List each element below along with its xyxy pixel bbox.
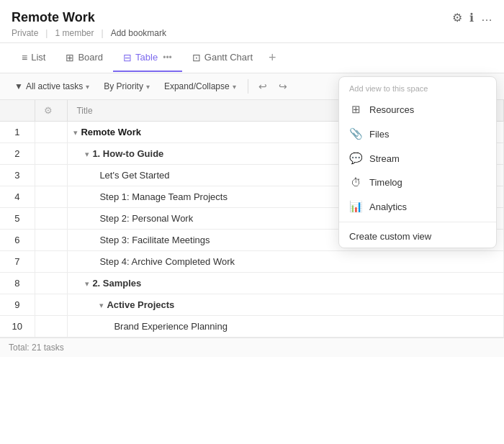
tab-gantt-label: Gantt Chart bbox=[204, 52, 253, 63]
expand-icon[interactable]: ▾ bbox=[85, 279, 89, 288]
page-title: Remote Work bbox=[12, 10, 95, 25]
add-view-button[interactable]: + bbox=[263, 43, 282, 73]
tab-gantt[interactable]: ⊡ Gantt Chart bbox=[182, 45, 263, 72]
table-row[interactable]: 7Step 4: Archive Completed Work bbox=[0, 251, 504, 273]
row-number: 10 bbox=[0, 316, 35, 337]
expand-chevron: ▾ bbox=[233, 83, 236, 91]
row-number: 4 bbox=[0, 186, 35, 208]
row-gear bbox=[35, 316, 68, 337]
members-label: 1 member bbox=[55, 28, 94, 38]
dropdown-item-label: Stream bbox=[369, 153, 400, 164]
add-view-dropdown: Add view to this space ⊞Resources📎Files💬… bbox=[338, 76, 497, 248]
settings-icon[interactable]: ⚙ bbox=[452, 11, 462, 24]
row-gear bbox=[35, 186, 68, 208]
table-row[interactable]: 9▾Active Projects bbox=[0, 294, 504, 316]
dropdown-items: ⊞Resources📎Files💬Stream⏱Timelog📊Analytic… bbox=[339, 97, 496, 219]
priority-label: By Priority bbox=[104, 81, 143, 91]
dropdown-item-label: Files bbox=[369, 129, 389, 140]
row-number: 7 bbox=[0, 251, 35, 273]
row-gear bbox=[35, 294, 68, 316]
priority-chevron: ▾ bbox=[146, 83, 150, 91]
row-gear bbox=[35, 251, 68, 273]
board-tab-icon: ⊞ bbox=[66, 52, 74, 63]
expand-collapse-button[interactable]: Expand/Collapse ▾ bbox=[158, 78, 242, 94]
tab-list-label: List bbox=[31, 52, 45, 63]
header-meta: Private | 1 member | Add bookmark bbox=[12, 28, 492, 38]
row-title: ▾Active Projects bbox=[68, 294, 504, 316]
page-header: Remote Work ⚙ ℹ … Private | 1 member | A… bbox=[0, 0, 504, 43]
row-number: 6 bbox=[0, 230, 35, 251]
row-number: 1 bbox=[0, 122, 35, 143]
row-number: 8 bbox=[0, 273, 35, 294]
expand-icon[interactable]: ▾ bbox=[85, 150, 89, 158]
table-tab-icon: ⊟ bbox=[123, 52, 132, 63]
dropdown-divider bbox=[339, 222, 496, 222]
dropdown-item-resources[interactable]: ⊞Resources bbox=[339, 97, 496, 122]
table-row[interactable]: 10Brand Experience Planning bbox=[0, 316, 504, 337]
tab-table[interactable]: ⊟ Table ••• bbox=[113, 45, 182, 72]
row-number: 9 bbox=[0, 294, 35, 316]
dropdown-item-files[interactable]: 📎Files bbox=[339, 122, 496, 146]
dropdown-item-label: Timelog bbox=[369, 177, 402, 188]
header-icon-group: ⚙ ℹ … bbox=[452, 11, 492, 24]
row-title: Brand Experience Planning bbox=[68, 316, 504, 337]
table-tab-dots[interactable]: ••• bbox=[163, 53, 172, 63]
row-title: Step 4: Archive Completed Work bbox=[68, 251, 504, 273]
tab-board[interactable]: ⊞ Board bbox=[55, 45, 113, 72]
table-row[interactable]: 8▾2. Samples bbox=[0, 273, 504, 294]
tab-board-label: Board bbox=[78, 52, 103, 63]
analytics-icon: 📊 bbox=[349, 200, 362, 213]
row-gear bbox=[35, 122, 68, 143]
privacy-label: Private bbox=[12, 28, 38, 38]
table-footer: Total: 21 tasks bbox=[0, 337, 504, 357]
row-gear bbox=[35, 230, 68, 251]
files-icon: 📎 bbox=[349, 127, 362, 140]
row-gear bbox=[35, 273, 68, 294]
dropdown-item-label: Analytics bbox=[369, 201, 407, 212]
more-icon[interactable]: … bbox=[481, 11, 492, 24]
list-tab-icon: ≡ bbox=[22, 52, 27, 63]
expand-icon[interactable]: ▾ bbox=[73, 128, 78, 137]
undo-button[interactable]: ↩ bbox=[254, 78, 271, 95]
tab-table-label: Table bbox=[135, 52, 158, 63]
info-icon[interactable]: ℹ bbox=[469, 11, 474, 24]
filter-button[interactable]: ▼ All active tasks ▾ bbox=[9, 78, 95, 94]
redo-button[interactable]: ↪ bbox=[274, 78, 292, 95]
dropdown-item-analytics[interactable]: 📊Analytics bbox=[339, 194, 496, 219]
expand-icon[interactable]: ▾ bbox=[99, 301, 104, 309]
row-gear bbox=[35, 143, 68, 165]
row-gear bbox=[35, 208, 68, 230]
timelog-icon: ⏱ bbox=[349, 176, 362, 189]
stream-icon: 💬 bbox=[349, 152, 362, 165]
dropdown-item-label: Resources bbox=[369, 104, 414, 115]
toolbar-divider bbox=[248, 79, 248, 94]
row-number: 2 bbox=[0, 143, 35, 165]
col-settings[interactable]: ⚙ bbox=[35, 100, 68, 122]
expand-label: Expand/Collapse bbox=[164, 81, 230, 91]
row-title: ▾2. Samples bbox=[68, 273, 504, 294]
row-number: 3 bbox=[0, 165, 35, 186]
filter-label: All active tasks bbox=[26, 81, 83, 91]
resources-icon: ⊞ bbox=[349, 103, 362, 116]
col-settings-icon[interactable]: ⚙ bbox=[44, 105, 53, 116]
create-custom-view-item[interactable]: Create custom view bbox=[339, 225, 496, 248]
dropdown-item-timelog[interactable]: ⏱Timelog bbox=[339, 171, 496, 194]
add-bookmark-link[interactable]: Add bookmark bbox=[111, 28, 166, 38]
tab-list[interactable]: ≡ List bbox=[12, 45, 55, 72]
filter-chevron: ▾ bbox=[86, 83, 89, 91]
filter-icon: ▼ bbox=[14, 81, 23, 91]
dropdown-header: Add view to this space bbox=[339, 77, 496, 97]
priority-button[interactable]: By Priority ▾ bbox=[98, 78, 156, 94]
tabs-bar: ≡ List ⊞ Board ⊟ Table ••• ⊡ Gantt Chart… bbox=[0, 43, 504, 73]
row-number: 5 bbox=[0, 208, 35, 230]
col-num bbox=[0, 100, 35, 122]
row-gear bbox=[35, 165, 68, 186]
dropdown-item-stream[interactable]: 💬Stream bbox=[339, 146, 496, 171]
gantt-tab-icon: ⊡ bbox=[192, 52, 201, 63]
